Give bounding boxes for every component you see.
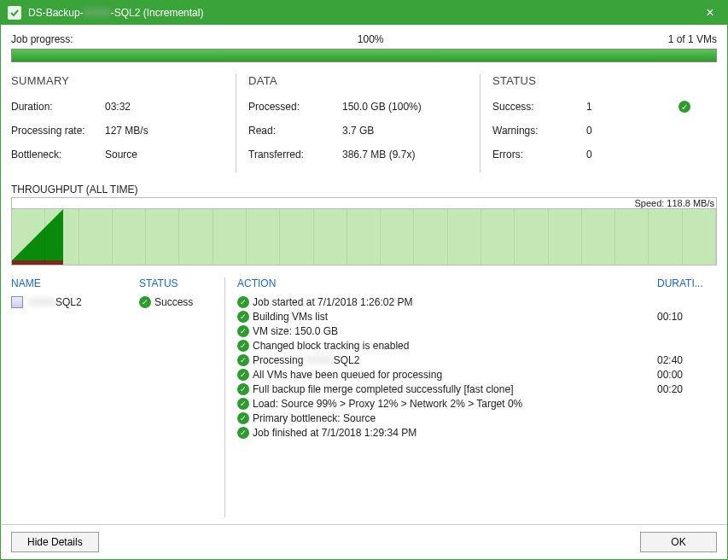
- success-label: Success:: [492, 101, 586, 113]
- status-column: STATUS Success: 1 ✓ Warnings:0 Errors:0: [480, 74, 717, 172]
- vm-status: Success: [154, 296, 193, 308]
- action-duration: 00:10: [657, 311, 717, 323]
- errors-value: 0: [586, 149, 672, 160]
- action-duration: 02:40: [657, 354, 717, 366]
- svg-rect-0: [8, 6, 21, 20]
- title-bar: DS-Backup-XXXX-SQL2 (Incremental) ×: [1, 1, 727, 25]
- duration-value: 03:32: [105, 101, 190, 113]
- transferred-label: Transferred:: [248, 149, 342, 160]
- action-text: Job started at 7/1/2018 1:26:02 PM: [253, 296, 657, 308]
- close-icon[interactable]: ×: [700, 5, 720, 20]
- throughput-chart: Speed: 118.8 MB/s: [11, 197, 717, 265]
- status-col-header[interactable]: STATUS: [139, 277, 218, 289]
- check-icon: ✓: [237, 340, 249, 352]
- check-icon: ✓: [237, 398, 249, 410]
- list-item: ✓Job finished at 7/1/2018 1:29:34 PM: [237, 427, 717, 439]
- vm-icon: [11, 296, 23, 308]
- vm-name: XXXXSQL2: [28, 296, 82, 308]
- progress-bar: [11, 49, 717, 62]
- action-text: All VMs have been queued for processing: [253, 369, 657, 381]
- duration-col-header[interactable]: DURATI...: [657, 277, 717, 289]
- list-item: ✓Building VMs list00:10: [237, 311, 717, 323]
- check-icon: ✓: [237, 427, 249, 439]
- throughput-header: THROUGHPUT (ALL TIME): [11, 184, 717, 198]
- action-text: Job finished at 7/1/2018 1:29:34 PM: [253, 427, 657, 439]
- job-progress-percent: 100%: [358, 33, 384, 45]
- table-row[interactable]: XXXXSQL2✓Success: [11, 296, 218, 308]
- action-log-panel: ACTION DURATI... ✓Job started at 7/1/201…: [224, 277, 717, 517]
- app-icon: [8, 6, 21, 20]
- list-item: ✓Job started at 7/1/2018 1:26:02 PM: [237, 296, 717, 308]
- action-text: Processing XXXXSQL2: [253, 354, 657, 366]
- list-item: ✓VM size: 150.0 GB: [237, 325, 717, 337]
- check-icon: ✓: [237, 311, 249, 323]
- list-item: ✓All VMs have been queued for processing…: [237, 369, 717, 381]
- vm-list-panel: NAME STATUS XXXXSQL2✓Success: [11, 277, 224, 517]
- action-duration: 00:20: [657, 383, 717, 395]
- warnings-value: 0: [586, 125, 672, 137]
- check-icon: ✓: [237, 412, 249, 424]
- processed-label: Processed:: [248, 101, 342, 113]
- check-icon: ✓: [237, 369, 249, 381]
- check-icon: ✓: [237, 325, 249, 337]
- rate-value: 127 MB/s: [105, 125, 190, 137]
- data-column: DATA Processed:150.0 GB (100%) Read:3.7 …: [236, 74, 480, 172]
- success-value: 1: [586, 101, 672, 113]
- job-progress-label: Job progress:: [11, 33, 73, 45]
- list-item: ✓Primary bottleneck: Source: [237, 412, 717, 424]
- throughput-speed: Speed: 118.8 MB/s: [634, 198, 714, 208]
- read-value: 3.7 GB: [342, 125, 428, 137]
- action-text: VM size: 150.0 GB: [253, 325, 657, 337]
- action-text: Changed block tracking is enabled: [253, 340, 657, 352]
- list-item: ✓Full backup file merge completed succes…: [237, 383, 717, 395]
- data-header: DATA: [248, 74, 473, 87]
- list-item: ✓Changed block tracking is enabled: [237, 340, 717, 352]
- duration-label: Duration:: [11, 101, 105, 113]
- transferred-value: 386.7 MB (9.7x): [342, 149, 428, 160]
- action-text: Building VMs list: [253, 311, 657, 323]
- action-text: Primary bottleneck: Source: [253, 412, 657, 424]
- action-col-header[interactable]: ACTION: [237, 277, 657, 289]
- rate-label: Processing rate:: [11, 125, 105, 137]
- check-icon: ✓: [237, 354, 249, 366]
- check-icon: ✓: [237, 296, 249, 308]
- summary-column: SUMMARY Duration:03:32 Processing rate:1…: [11, 74, 236, 172]
- hide-details-button[interactable]: Hide Details: [11, 532, 99, 552]
- action-text: Full backup file merge completed success…: [253, 383, 657, 395]
- footer-bar: Hide Details OK: [1, 524, 727, 559]
- errors-label: Errors:: [492, 149, 586, 160]
- ok-button[interactable]: OK: [640, 532, 717, 552]
- bottleneck-label: Bottleneck:: [11, 149, 105, 160]
- action-duration: 00:00: [657, 369, 717, 381]
- action-text: Load: Source 99% > Proxy 12% > Network 2…: [253, 398, 657, 410]
- bottleneck-value: Source: [105, 149, 190, 160]
- list-item: ✓Processing XXXXSQL202:40: [237, 354, 717, 366]
- name-col-header[interactable]: NAME: [11, 277, 139, 289]
- check-icon: ✓: [237, 383, 249, 395]
- window-title: DS-Backup-XXXX-SQL2 (Incremental): [28, 7, 700, 19]
- warnings-label: Warnings:: [492, 125, 586, 137]
- processed-value: 150.0 GB (100%): [342, 101, 428, 113]
- summary-header: SUMMARY: [11, 74, 236, 87]
- check-icon: ✓: [139, 296, 151, 308]
- job-progress-vms: 1 of 1 VMs: [668, 33, 717, 45]
- check-icon: ✓: [678, 101, 690, 113]
- list-item: ✓Load: Source 99% > Proxy 12% > Network …: [237, 398, 717, 410]
- read-label: Read:: [248, 125, 342, 137]
- status-header: STATUS: [492, 74, 717, 87]
